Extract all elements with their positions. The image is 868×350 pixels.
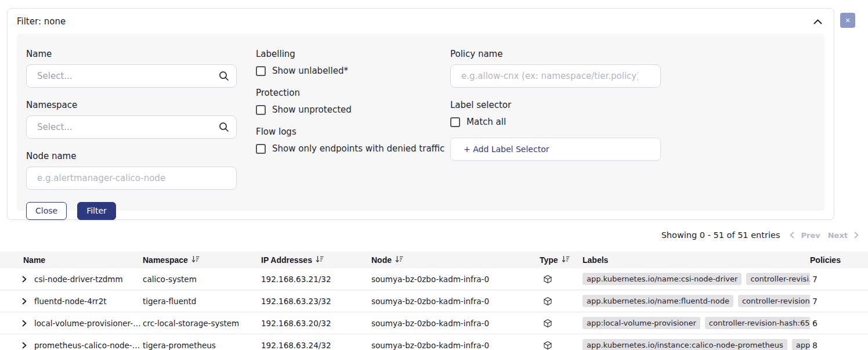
search-icon	[219, 71, 229, 81]
endpoint-ip: 192.168.63.23/32	[261, 297, 371, 306]
show-unlabelled-checkbox[interactable]	[256, 66, 266, 76]
label-chip: controller-revision-…	[738, 295, 810, 307]
endpoint-labels: app.kubernetes.io/name:csi-node-driver c…	[583, 273, 810, 285]
close-icon: ×	[845, 16, 850, 25]
chevron-right-icon[interactable]	[22, 320, 27, 327]
label-chip: app.kubernetes.io/name:fluentd-node	[583, 295, 733, 307]
dismiss-filter-button[interactable]: ×	[840, 13, 855, 28]
label-chip: controller-revision-hash:65…	[705, 317, 810, 329]
endpoint-node: soumya-bz-0zbo-kadm-infra-0	[371, 275, 540, 284]
endpoint-namespace: tigera-fluentd	[143, 297, 261, 306]
denied-traffic-label: Show only endpoints with denied traffic	[272, 143, 444, 154]
endpoint-namespace: calico-system	[143, 275, 261, 284]
endpoint-ip: 192.168.63.20/32	[261, 319, 371, 328]
label-selector-section-label: Label selector	[450, 100, 661, 110]
row-expand-name[interactable]: local-volume-provisioner-…	[0, 319, 143, 328]
endpoint-node: soumya-bz-0zbo-kadm-infra-0	[371, 341, 540, 350]
match-all-checkbox[interactable]	[450, 117, 460, 127]
label-chip: app.kubernetes.io/instance:calico-node-p…	[583, 339, 787, 350]
endpoint-node: soumya-bz-0zbo-kadm-infra-0	[371, 297, 540, 306]
column-header-namespace[interactable]: Namespace	[143, 255, 261, 265]
labelling-section-label: Labelling	[256, 49, 431, 59]
chevron-right-icon[interactable]	[854, 232, 859, 239]
filter-panel-header: Filter: none	[8, 9, 834, 34]
column-header-ip-addresses[interactable]: IP Addresses	[261, 255, 371, 265]
prev-page-button[interactable]: Prev	[800, 231, 821, 240]
column-header-policies[interactable]: Policies	[810, 255, 868, 265]
table-row: prometheus-calico-node-… tigera-promethe…	[0, 334, 868, 350]
show-unlabelled-label: Show unlabelled*	[272, 66, 348, 76]
endpoint-name: fluentd-node-4rr2t	[34, 297, 107, 306]
row-expand-name[interactable]: csi-node-driver-tzdmm	[0, 275, 143, 284]
namespace-select-input[interactable]	[26, 116, 237, 139]
name-field-label: Name	[26, 49, 237, 59]
filter-panel: Filter: none Name Namespace	[7, 8, 834, 220]
close-button[interactable]: Close	[26, 202, 67, 220]
chevron-right-icon[interactable]	[22, 298, 27, 305]
column-header-labels[interactable]: Labels	[583, 255, 810, 265]
row-expand-name[interactable]: prometheus-calico-node-…	[0, 341, 143, 350]
next-page-button[interactable]: Next	[827, 231, 849, 240]
endpoint-ip: 192.168.63.21/32	[261, 275, 371, 284]
policy-name-field-label: Policy name	[450, 49, 661, 59]
sort-icon[interactable]	[395, 255, 403, 265]
column-header-node[interactable]: Node	[371, 255, 540, 265]
sort-icon[interactable]	[562, 255, 570, 265]
sort-icon[interactable]	[191, 255, 200, 265]
endpoint-labels: app.kubernetes.io/instance:calico-node-p…	[583, 339, 810, 350]
endpoint-name: local-volume-provisioner-…	[34, 319, 141, 328]
filter-form: Name Namespace Node name Close Filt	[17, 34, 824, 211]
table-row: csi-node-driver-tzdmm calico-system 192.…	[0, 268, 868, 290]
table-header-row: Name Namespace IP Addresses Node Type La…	[0, 251, 868, 268]
collapse-panel-button[interactable]	[812, 18, 823, 26]
sort-icon[interactable]	[316, 255, 324, 265]
protection-section-label: Protection	[256, 88, 431, 98]
endpoint-node: soumya-bz-0zbo-kadm-infra-0	[371, 319, 540, 328]
show-unprotected-checkbox[interactable]	[256, 105, 266, 115]
endpoint-name: prometheus-calico-node-…	[34, 341, 140, 350]
label-chip: app:local-volume-provisioner	[583, 317, 700, 329]
entries-summary: Showing 0 - 51 of 51 entries	[661, 230, 780, 240]
column-header-type[interactable]: Type	[540, 255, 583, 265]
pod-type-icon	[540, 319, 583, 328]
search-icon	[219, 122, 229, 132]
label-chip: controller-revisi…	[746, 273, 810, 285]
chevron-right-icon[interactable]	[22, 342, 27, 349]
endpoint-policies-count: 6	[810, 319, 868, 328]
table-row: local-volume-provisioner-… crc-local-sto…	[0, 312, 868, 334]
label-chip: app.kubernetes.io/name:csi-node-driver	[583, 273, 742, 285]
endpoints-table: Name Namespace IP Addresses Node Type La…	[0, 251, 868, 350]
table-row: fluentd-node-4rr2t tigera-fluentd 192.16…	[0, 290, 868, 312]
endpoint-namespace: crc-local-storage-system	[143, 319, 261, 328]
pod-type-icon	[540, 297, 583, 306]
chevron-right-icon[interactable]	[22, 276, 27, 283]
endpoint-name: csi-node-driver-tzdmm	[34, 275, 123, 284]
endpoint-ip: 192.168.63.24/32	[261, 341, 371, 350]
label-chip: app.…	[792, 339, 810, 350]
endpoint-policies-count: 8	[810, 341, 868, 350]
pod-type-icon	[540, 275, 583, 284]
endpoint-policies-count: 7	[810, 275, 868, 284]
chevron-left-icon[interactable]	[790, 232, 794, 239]
row-expand-name[interactable]: fluentd-node-4rr2t	[0, 297, 143, 306]
column-header-name[interactable]: Name	[0, 255, 143, 265]
endpoint-labels: app:local-volume-provisioner controller-…	[583, 317, 810, 329]
pod-type-icon	[540, 341, 583, 350]
endpoint-labels: app.kubernetes.io/name:fluentd-node cont…	[583, 295, 810, 307]
endpoint-namespace: tigera-prometheus	[143, 341, 261, 350]
pagination: Showing 0 - 51 of 51 entries Prev Next	[661, 230, 859, 240]
node-name-input[interactable]	[26, 167, 237, 190]
match-all-label: Match all	[466, 117, 506, 127]
namespace-field-label: Namespace	[26, 100, 237, 110]
denied-traffic-checkbox[interactable]	[256, 144, 266, 154]
chevron-up-icon	[813, 17, 822, 26]
filter-button[interactable]: Filter	[77, 202, 116, 220]
show-unprotected-label: Show unprotected	[272, 104, 352, 115]
add-label-selector-button[interactable]: + Add Label Selector	[450, 138, 661, 161]
flow-logs-section-label: Flow logs	[256, 127, 431, 137]
filter-title: Filter: none	[17, 16, 66, 27]
policy-name-input[interactable]	[450, 64, 661, 88]
node-name-field-label: Node name	[26, 151, 237, 161]
name-select-input[interactable]	[26, 64, 237, 88]
endpoint-policies-count: 7	[810, 297, 868, 306]
